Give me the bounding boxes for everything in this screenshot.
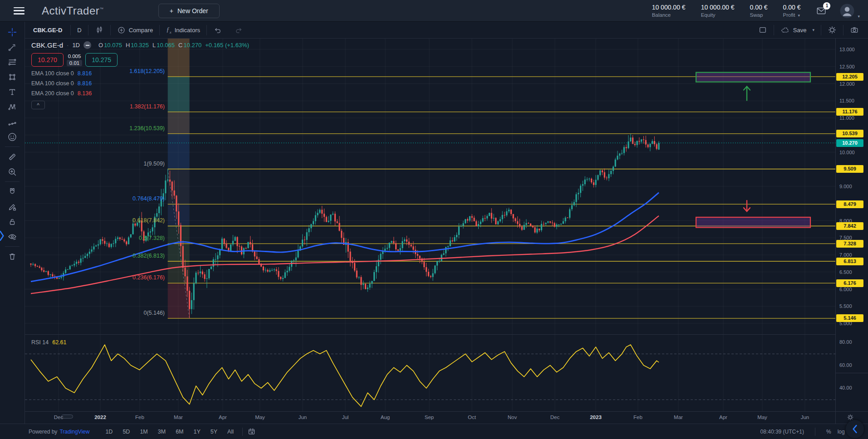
- price-tick: 12.500: [839, 64, 855, 69]
- ruler-icon[interactable]: [3, 149, 21, 164]
- fib-price-tag: 11.176: [836, 108, 863, 116]
- crosshair-icon[interactable]: [3, 24, 21, 39]
- function-icon: ƒx: [166, 26, 172, 34]
- symbol-title[interactable]: CBK.GE-d: [31, 41, 63, 49]
- price-tick: 11.000: [839, 115, 854, 121]
- fib-label-0: 0(5.146): [25, 310, 165, 316]
- account-swap: 0.00 €Swap: [750, 4, 768, 18]
- sell-button[interactable]: 10.270: [31, 53, 64, 67]
- indicator-row[interactable]: EMA 100 close 08.816: [31, 80, 249, 87]
- timeframe-1m[interactable]: 1M: [136, 427, 152, 436]
- fib-price-tag: 6.176: [836, 279, 863, 287]
- price-change: +0.165 (+1.63%): [205, 42, 249, 49]
- timeframe-5y[interactable]: 5Y: [206, 427, 221, 436]
- layout-button[interactable]: [752, 22, 774, 38]
- account-value: 10 000.00 €: [652, 4, 686, 11]
- clock: 08:40:39 (UTC+1): [760, 429, 804, 435]
- time-tick: Jul: [332, 415, 359, 420]
- price-tick: 7.000: [839, 252, 852, 258]
- chart-legend: CBK.GE-d · 1D O10.075H10.325L10.065C10.2…: [31, 41, 249, 109]
- text-tool-icon[interactable]: [3, 84, 21, 99]
- redo-button[interactable]: [228, 22, 250, 38]
- current-price-tag: 10.270: [836, 139, 863, 147]
- symbol-button[interactable]: CBK.GE-D: [25, 22, 70, 38]
- fib-label-1.236: 1.236(10.539): [25, 125, 165, 132]
- time-tick: Sep: [416, 415, 443, 420]
- go-to-date-icon[interactable]: [247, 427, 256, 436]
- timeframe-1y[interactable]: 1Y: [190, 427, 205, 436]
- timeframe-5d[interactable]: 5D: [118, 427, 134, 436]
- user-avatar[interactable]: ▾: [839, 3, 860, 19]
- rsi-chart[interactable]: [25, 334, 835, 411]
- buy-button[interactable]: 10.275: [85, 53, 118, 67]
- time-tick: Feb: [624, 415, 652, 420]
- hide-drawings-icon[interactable]: [3, 229, 21, 244]
- compare-button[interactable]: Compare: [111, 22, 159, 38]
- forecast-tool-icon[interactable]: [3, 114, 21, 129]
- expand-panel-icon[interactable]: [0, 230, 5, 241]
- activtrader-app: ActivTrader™ + New Order 10 000.00 €Bala…: [0, 0, 868, 439]
- mail-icon[interactable]: 1: [816, 5, 827, 16]
- zoom-in-icon[interactable]: [3, 164, 21, 179]
- lock-icon[interactable]: [3, 214, 21, 229]
- indicator-value: 8.136: [78, 90, 92, 97]
- legend-collapse-button[interactable]: ^: [31, 101, 45, 109]
- time-tick: 2022: [87, 415, 114, 420]
- timeframe-1d[interactable]: 1D: [101, 427, 117, 436]
- ohlc-c: C10.270: [178, 42, 201, 49]
- xabcd-pattern-icon[interactable]: [3, 99, 21, 114]
- indicator-value: 8.816: [78, 70, 92, 77]
- indicator-value: 8.816: [78, 80, 92, 87]
- log-scale-button[interactable]: log: [838, 429, 845, 435]
- account-equity: 10 000.00 €Equity: [701, 4, 735, 18]
- percent-scale-button[interactable]: %: [826, 429, 831, 435]
- account-profit[interactable]: 0.00 €Profit▾: [783, 4, 801, 18]
- time-axis[interactable]: Dec2022FebMarAprMayJunJulAugSepOctNovDec…: [25, 411, 835, 424]
- redo-icon: [235, 26, 243, 34]
- powered-by: Powered by TradingView: [29, 429, 89, 435]
- indicator-row[interactable]: EMA 100 close 08.816: [31, 70, 249, 77]
- snapshot-button[interactable]: [843, 22, 865, 38]
- price-axis[interactable]: 13.00012.50012.00011.50011.00010.0009.00…: [835, 39, 868, 424]
- notification-badge: 1: [823, 2, 830, 10]
- ohlc-l: L10.065: [152, 42, 175, 49]
- drawing-lock-icon[interactable]: [3, 199, 21, 214]
- time-tick: Apr: [710, 415, 737, 420]
- top-header: ActivTrader™ + New Order 10 000.00 €Bala…: [0, 0, 868, 22]
- chart-pane[interactable]: Dec2022FebMarAprMayJunJulAugSepOctNovDec…: [25, 39, 835, 424]
- price-tick: 11.500: [839, 98, 854, 103]
- parallel-lines-icon[interactable]: [3, 54, 21, 69]
- fib-price-tag: 12.205: [836, 73, 863, 81]
- indicators-button[interactable]: ƒx Indicators: [160, 22, 206, 38]
- menu-icon[interactable]: [14, 7, 25, 15]
- save-button[interactable]: Save ▾: [774, 22, 821, 38]
- timeframe-6m[interactable]: 6M: [172, 427, 187, 436]
- fib-label-0.764: 0.764(8.479): [25, 195, 165, 202]
- chart-style-button[interactable]: [88, 22, 110, 38]
- time-tick: Nov: [499, 415, 526, 420]
- price-tick: 5.500: [839, 303, 852, 309]
- plus-icon: +: [170, 7, 173, 15]
- hide-series-button[interactable]: [83, 41, 91, 49]
- price-tick: 9.000: [839, 184, 852, 189]
- rsi-tick: 80.00: [839, 339, 852, 345]
- undo-button[interactable]: [207, 22, 228, 38]
- timeframe-3m[interactable]: 3M: [154, 427, 170, 436]
- settings-button[interactable]: [821, 22, 843, 38]
- trend-line-icon[interactable]: [3, 39, 21, 54]
- new-order-button[interactable]: + New Order: [158, 4, 220, 18]
- time-tick: Mar: [165, 415, 192, 420]
- timeframe-all[interactable]: All: [223, 427, 238, 436]
- indicator-name: EMA 200 close 0: [31, 90, 74, 97]
- indicator-row[interactable]: EMA 200 close 08.136: [31, 90, 249, 97]
- collapse-panel-icon[interactable]: [846, 420, 864, 438]
- tradingview-link[interactable]: TradingView: [59, 429, 89, 435]
- trash-icon[interactable]: [3, 249, 21, 264]
- ohlc-values: O10.075H10.325L10.065C10.270: [98, 42, 201, 49]
- trademark: ™: [99, 7, 104, 11]
- rectangle-tool-icon[interactable]: [3, 69, 21, 84]
- emoji-tool-icon[interactable]: [3, 129, 21, 144]
- interval-button[interactable]: D: [71, 22, 88, 38]
- account-balance: 10 000.00 €Balance: [652, 4, 686, 18]
- magnet-icon[interactable]: [3, 184, 21, 199]
